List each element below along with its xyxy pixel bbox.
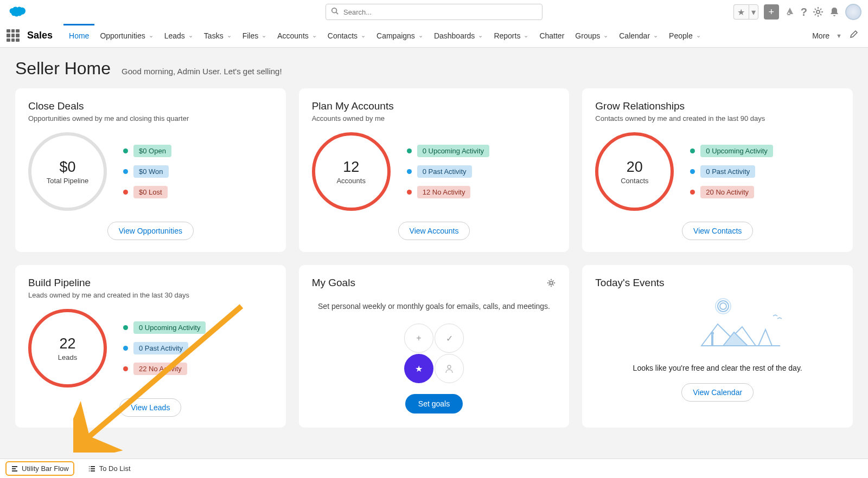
chevron-down-icon[interactable]: ⌄ xyxy=(418,32,423,39)
nav-campaigns[interactable]: Campaigns⌄ xyxy=(371,24,429,48)
pipeline-circle: $0 Total Pipeline xyxy=(28,132,107,211)
view-accounts-button[interactable]: View Accounts xyxy=(398,222,470,240)
nav-chatter[interactable]: Chatter xyxy=(534,24,570,48)
card-title: Close Deals xyxy=(28,100,273,112)
nav-files[interactable]: Files⌄ xyxy=(237,24,272,48)
chevron-down-icon[interactable]: ⌄ xyxy=(261,32,266,39)
goal-check-icon[interactable]: ✓ xyxy=(435,324,464,353)
chevron-down-icon[interactable]: ⌄ xyxy=(227,32,232,39)
nav-accounts[interactable]: Accounts⌄ xyxy=(272,24,322,48)
stat-noactivity[interactable]: 12 No Activity xyxy=(407,186,557,198)
card-title: Grow Relationships xyxy=(595,100,840,112)
chevron-down-icon[interactable]: ⌄ xyxy=(653,32,658,39)
circle-label: Leads xyxy=(58,353,77,361)
leads-circle: 22 Leads xyxy=(28,309,107,387)
nav-opportunities[interactable]: Opportunities⌄ xyxy=(94,24,158,48)
accounts-circle: 12 Accounts xyxy=(312,132,391,211)
nav-leads[interactable]: Leads⌄ xyxy=(159,24,199,48)
events-text: Looks like you're free and clear the res… xyxy=(595,364,840,372)
edit-nav-pencil-icon[interactable] xyxy=(850,30,861,42)
global-search-input[interactable] xyxy=(326,4,542,20)
nav-groups[interactable]: Groups⌄ xyxy=(570,24,614,48)
page-subtitle: Good morning, Admin User. Let's get sell… xyxy=(122,67,282,76)
stat-open[interactable]: $0 Open xyxy=(123,145,273,157)
nav-tasks[interactable]: Tasks⌄ xyxy=(199,24,237,48)
nav-more[interactable]: More▼ xyxy=(808,31,846,40)
svg-point-0 xyxy=(332,8,337,13)
list-icon xyxy=(88,465,96,473)
close-deals-card: Close Deals Opportunities owned by me an… xyxy=(15,88,286,252)
nav-reports[interactable]: Reports⌄ xyxy=(488,24,534,48)
nav-dashboards[interactable]: Dashboards⌄ xyxy=(429,24,489,48)
my-goals-card: My Goals Set personal weekly or monthly … xyxy=(299,265,570,428)
card-subtitle: Opportunities owned by me and closing th… xyxy=(28,114,273,122)
todays-events-card: Today's Events Looks like you're free an… xyxy=(582,265,853,428)
stat-past[interactable]: 0 Past Activity xyxy=(407,165,557,178)
user-avatar[interactable] xyxy=(845,4,861,20)
chevron-down-icon[interactable]: ▼ xyxy=(836,33,842,39)
chevron-down-icon[interactable]: ⌄ xyxy=(696,32,701,39)
card-title: Today's Events xyxy=(595,277,840,289)
app-launcher-icon[interactable] xyxy=(7,29,20,42)
card-title: Plan My Accounts xyxy=(312,100,557,112)
goal-star-icon[interactable]: ★ xyxy=(404,354,433,383)
stat-noactivity[interactable]: 20 No Activity xyxy=(690,186,840,198)
stat-upcoming[interactable]: 0 Upcoming Activity xyxy=(407,145,557,157)
goals-settings-gear-icon[interactable] xyxy=(546,278,556,290)
nav-people[interactable]: People⌄ xyxy=(663,24,706,48)
flow-icon xyxy=(11,465,18,473)
build-pipeline-card: Build Pipeline Leads owned by me and cre… xyxy=(15,265,286,428)
help-icon[interactable]: ? xyxy=(801,6,807,18)
salesforce-logo[interactable] xyxy=(7,4,30,20)
chevron-down-icon[interactable]: ⌄ xyxy=(361,32,366,39)
svg-point-2 xyxy=(816,10,820,14)
stat-won[interactable]: $0 Won xyxy=(123,165,273,178)
stat-past[interactable]: 0 Past Activity xyxy=(690,165,840,178)
chevron-down-icon[interactable]: ⌄ xyxy=(603,32,608,39)
stat-past[interactable]: 0 Past Activity xyxy=(123,342,273,354)
plan-accounts-card: Plan My Accounts Accounts owned by me 12… xyxy=(299,88,570,252)
stat-noactivity[interactable]: 22 No Activity xyxy=(123,363,273,375)
svg-point-10 xyxy=(711,332,714,335)
view-contacts-button[interactable]: View Contacts xyxy=(682,222,753,240)
nav-calendar[interactable]: Calendar⌄ xyxy=(614,24,663,48)
nav-contacts[interactable]: Contacts⌄ xyxy=(322,24,371,48)
utility-todo-list-item[interactable]: To Do List xyxy=(84,462,135,475)
stat-lost[interactable]: $0 Lost xyxy=(123,186,273,198)
goal-person-icon[interactable] xyxy=(435,354,464,383)
chevron-down-icon[interactable]: ⌄ xyxy=(312,32,317,39)
chevron-down-icon[interactable]: ⌄ xyxy=(478,32,483,39)
card-subtitle: Contacts owned by me and created in the … xyxy=(595,114,840,122)
set-goals-button[interactable]: Set goals xyxy=(405,394,463,414)
chevron-down-icon[interactable]: ▾ xyxy=(749,4,758,20)
chevron-down-icon[interactable]: ⌄ xyxy=(524,32,528,39)
circle-label: Accounts xyxy=(336,177,365,185)
view-calendar-button[interactable]: View Calendar xyxy=(681,383,754,402)
add-button[interactable]: + xyxy=(764,4,779,20)
svg-point-6 xyxy=(720,303,726,309)
view-leads-button[interactable]: View Leads xyxy=(119,398,181,417)
view-opportunities-button[interactable]: View Opportunities xyxy=(107,222,194,240)
setup-gear-icon[interactable] xyxy=(813,7,824,17)
trailhead-icon[interactable] xyxy=(784,7,795,17)
circle-label: Total Pipeline xyxy=(47,177,88,185)
stat-upcoming[interactable]: 0 Upcoming Activity xyxy=(123,321,273,334)
goal-plus-icon[interactable]: + xyxy=(404,324,433,353)
chevron-down-icon[interactable]: ⌄ xyxy=(188,32,193,39)
svg-line-1 xyxy=(336,12,339,15)
card-subtitle: Leads owned by me and created in the las… xyxy=(28,291,273,299)
star-icon[interactable]: ★ xyxy=(733,4,749,20)
contacts-circle: 20 Contacts xyxy=(595,132,674,211)
svg-point-3 xyxy=(550,281,553,284)
svg-point-4 xyxy=(448,365,451,369)
nav-home[interactable]: Home xyxy=(63,24,94,48)
notifications-bell-icon[interactable] xyxy=(829,7,840,17)
page-title: Seller Home xyxy=(15,59,111,79)
chevron-down-icon[interactable]: ⌄ xyxy=(149,32,154,39)
stat-upcoming[interactable]: 0 Upcoming Activity xyxy=(690,145,840,157)
goals-description: Set personal weekly or monthly goals for… xyxy=(312,302,557,311)
favorites-split-button[interactable]: ★ ▾ xyxy=(733,4,758,20)
circle-value: 22 xyxy=(59,335,75,352)
utility-bar-flow-item[interactable]: Utility Bar Flow xyxy=(5,461,74,476)
circle-value: 12 xyxy=(343,159,359,176)
